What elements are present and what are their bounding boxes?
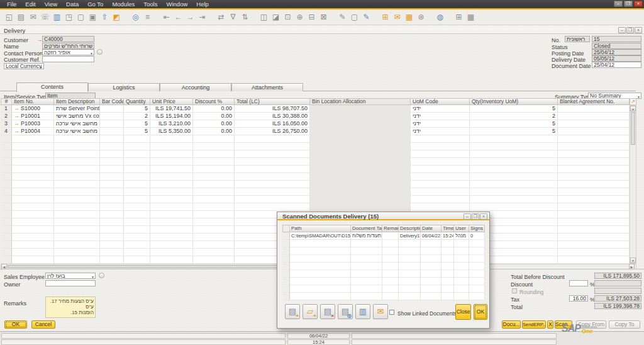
grid-cell-empty[interactable]: [193, 181, 235, 188]
grid-cell-empty[interactable]: [235, 150, 310, 158]
grid-cell-empty[interactable]: [12, 226, 54, 234]
grid-cell-empty[interactable]: [100, 241, 124, 249]
close-icon[interactable]: ×: [634, 1, 643, 7]
grid-cell-empty[interactable]: [150, 150, 193, 158]
uom-cell[interactable]: ידני: [411, 113, 470, 120]
grid-cell-empty[interactable]: [558, 203, 630, 211]
grid-cell-empty[interactable]: [235, 181, 310, 188]
col-barcode-header[interactable]: Bar Code: [100, 98, 124, 105]
item-description-cell[interactable]: מחשב אישי ערכה 2: [54, 128, 100, 135]
grid-cell-empty[interactable]: [310, 166, 411, 173]
scanned-document-row[interactable]: C:\temp\SMADAR\OUT\D15.pdf תעודות משלוח …: [282, 232, 485, 240]
grid-empty-row[interactable]: [1, 203, 630, 211]
grid-cell-empty[interactable]: [54, 256, 100, 264]
ok-button[interactable]: OK: [474, 304, 487, 320]
archive-icon[interactable]: ▦: [403, 11, 415, 23]
grid-cell-empty[interactable]: [100, 234, 124, 241]
email-icon[interactable]: ✉: [27, 11, 39, 23]
doc-number-field[interactable]: 15: [592, 36, 641, 42]
row-number[interactable]: 1: [1, 105, 12, 113]
print-document-button[interactable]: ▥: [355, 304, 370, 319]
grid-cell-empty[interactable]: [399, 263, 421, 270]
bin-cell[interactable]: [310, 113, 411, 120]
grid-cell-empty[interactable]: [558, 211, 630, 218]
grid-cell-empty[interactable]: [124, 249, 150, 256]
scroll-down-icon[interactable]: ▼: [630, 257, 636, 263]
user-cell[interactable]: מנהל: [454, 232, 469, 240]
grid-cell-empty[interactable]: [351, 270, 382, 278]
grid-cell-empty[interactable]: [100, 181, 124, 188]
grid-cell-empty[interactable]: [441, 255, 454, 263]
grid-cell-empty[interactable]: [12, 135, 54, 143]
scroll-thumb[interactable]: [631, 112, 635, 145]
export-word-icon[interactable]: ▢: [75, 11, 87, 23]
bin-cell[interactable]: [310, 128, 411, 135]
grid-cell-empty[interactable]: [54, 173, 100, 181]
discount-cell[interactable]: 0.00: [193, 113, 235, 120]
form-settings-icon[interactable]: ⊞: [379, 11, 391, 23]
document-table-cell[interactable]: תעודות משלוח: [351, 232, 382, 240]
uom-cell[interactable]: ידני: [411, 105, 470, 113]
grid-cell-empty[interactable]: [310, 181, 411, 188]
email-attachment-icon[interactable]: ✉: [391, 11, 403, 23]
col-time-header[interactable]: Time: [441, 225, 454, 232]
row-number[interactable]: 3: [1, 120, 12, 128]
grid-cell-empty[interactable]: [382, 247, 399, 255]
grid-cell-empty[interactable]: [54, 241, 100, 249]
chevron-down-icon[interactable]: ▼: [40, 65, 43, 69]
grid-cell-empty[interactable]: [310, 158, 411, 166]
grid-cell-empty[interactable]: [399, 270, 421, 278]
grid-cell-empty[interactable]: [1, 135, 12, 143]
menu-help[interactable]: Help: [192, 0, 213, 8]
grid-cell-empty[interactable]: [558, 188, 630, 196]
grid-cell-empty[interactable]: [351, 278, 382, 285]
grid-cell-empty[interactable]: [421, 255, 441, 263]
grid-cell-empty[interactable]: [351, 240, 382, 247]
grid-cell-empty[interactable]: [470, 158, 558, 166]
copy-icon[interactable]: ◫: [258, 11, 270, 23]
unit-price-cell[interactable]: ILS 15,194.00: [150, 113, 193, 120]
grid-cell-empty[interactable]: [54, 196, 100, 203]
grid-cell-empty[interactable]: [454, 285, 469, 293]
col-description-header[interactable]: Item Description: [54, 98, 100, 105]
grid-cell-empty[interactable]: [558, 150, 630, 158]
grid-cell-empty[interactable]: [421, 263, 441, 270]
grid-empty-row[interactable]: [1, 196, 630, 203]
grid-cell-empty[interactable]: [150, 218, 193, 226]
grid-cell-empty[interactable]: [469, 270, 485, 278]
last-record-icon[interactable]: ⇥: [196, 11, 208, 23]
grid-cell-empty[interactable]: [100, 196, 124, 203]
grid-cell-empty[interactable]: [469, 255, 485, 263]
grid-cell-empty[interactable]: [469, 247, 485, 255]
remarks-cell[interactable]: [382, 232, 399, 240]
total-cell[interactable]: ILS 16,050.00: [235, 120, 310, 128]
currency-combo[interactable]: Local Currency ▼: [4, 63, 44, 69]
grid-cell-empty[interactable]: [150, 196, 193, 203]
item-no-cell[interactable]: →P10003: [12, 120, 54, 128]
grid-cell-empty[interactable]: [411, 196, 470, 203]
discount-cell[interactable]: 0.00: [193, 120, 235, 128]
grid-cell-empty[interactable]: [558, 181, 630, 188]
item-description-cell[interactable]: מחשב אישי Vx core, DDR 3 - 8": [54, 113, 100, 120]
grid-cell-empty[interactable]: [1, 173, 12, 181]
item-no-cell[interactable]: →P10004: [12, 128, 54, 135]
docu-button[interactable]: Docu...: [502, 320, 521, 329]
customer-field[interactable]: C40000: [42, 36, 94, 42]
sort-icon[interactable]: ⇅: [239, 11, 251, 23]
menu-tools[interactable]: Tools: [139, 0, 162, 8]
grid-cell-empty[interactable]: [351, 247, 382, 255]
grid-cell-empty[interactable]: [100, 218, 124, 226]
grid-cell-empty[interactable]: [235, 173, 310, 181]
grid-cell-empty[interactable]: [469, 293, 485, 300]
grid-cell-empty[interactable]: [124, 226, 150, 234]
grid-cell-empty[interactable]: [12, 256, 54, 264]
grid-cell-empty[interactable]: [290, 270, 351, 278]
find-icon[interactable]: ◎: [130, 11, 142, 23]
grid-cell-empty[interactable]: [421, 293, 441, 300]
delivery-date-field[interactable]: 05/05/12: [592, 55, 641, 62]
grid-cell-empty[interactable]: [1, 256, 12, 264]
tab-attachments[interactable]: Attachments: [231, 83, 303, 91]
grid-cell-empty[interactable]: [54, 226, 100, 234]
grid-cell-empty[interactable]: [124, 241, 150, 249]
grid-cell-empty[interactable]: [235, 158, 310, 166]
